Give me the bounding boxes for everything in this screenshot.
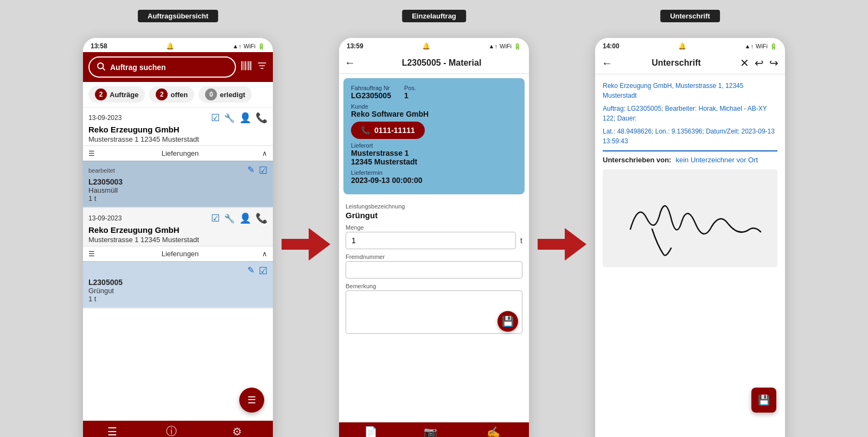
s2-bemerkung-wrap: 💾 <box>346 290 522 336</box>
svg-rect-3 <box>244 61 244 71</box>
s2-bemerkung-input[interactable] <box>346 290 522 334</box>
person-icon-2[interactable]: 👤 <box>239 212 251 224</box>
arrow-1 <box>282 228 330 261</box>
s3-save-icon: 💾 <box>758 394 770 406</box>
order-header-2: 13-09-2023 ☑ 🔧 👤 📞 <box>83 208 273 225</box>
badge-erledigt-num: 0 <box>205 88 217 100</box>
svg-rect-4 <box>245 61 246 71</box>
s3-header-icons: ✕ ↩ ↪ <box>740 56 778 69</box>
edit-icon-1[interactable]: ✎ <box>247 164 254 176</box>
order-header-1: 13-09-2023 ☑ 🔧 👤 📞 <box>83 107 273 125</box>
deliveries-section-2: ☰ Lieferungen ∧ ✎ ☑ L2305005 <box>83 246 273 307</box>
delivery-check-icon-1[interactable]: ☑ <box>259 164 267 176</box>
check-icon-1[interactable]: ☑ <box>211 112 220 124</box>
nav2-bilder[interactable]: 📷 Bilder <box>423 426 438 437</box>
delivery-check-icon-2[interactable]: ☑ <box>259 265 267 277</box>
s3-divider <box>603 150 777 151</box>
s3-bottom-spacer <box>595 413 785 437</box>
order-name-1: Reko Erzeugung GmbH <box>83 125 273 135</box>
order-icons-1: ☑ 🔧 👤 📞 <box>211 112 267 124</box>
s3-info-line2: Auftrag: LG2305005; Bearbeiter: Horak, M… <box>603 104 777 123</box>
s2-fahrauftrag-row: Fahrauftrag Nr LG2305005 Pos. 1 <box>351 85 517 100</box>
s2-fremd-label: Fremdnummer <box>346 254 522 260</box>
phone-icon-2[interactable]: 📞 <box>256 212 267 224</box>
barcode-icon[interactable] <box>240 60 252 74</box>
list-icon-2: ☰ <box>88 250 95 258</box>
delivery-qty-2: 1 t <box>88 295 267 303</box>
s3-signer-value: kein Unterzeichner vor Ort <box>675 156 758 164</box>
alarm-icon-2: 🔔 <box>422 42 430 50</box>
svg-rect-5 <box>247 61 247 71</box>
nav-anleitung[interactable]: ⓘ Anleitung <box>159 424 184 437</box>
hamburger-icon: ☰ <box>247 394 256 406</box>
nav-einstellungen-icon: ⚙ <box>232 425 242 438</box>
s2-lieferort-label: Lieferort <box>351 142 517 149</box>
alarm-icon-1: 🔔 <box>166 42 174 50</box>
nav2-formular[interactable]: 📄 Formular <box>359 426 383 437</box>
s2-menge-input[interactable] <box>346 232 516 249</box>
svg-rect-2 <box>241 61 242 71</box>
nav-auftraege-icon: ☰ <box>107 425 117 438</box>
s2-leistung-val: Grüngut <box>346 211 522 220</box>
battery-icon: 🔋 <box>258 43 265 50</box>
deliveries-header-2[interactable]: ☰ Lieferungen ∧ <box>83 246 273 261</box>
undo-icon[interactable]: ↩ <box>755 56 764 69</box>
s2-kunde-row: Kunde Reko Software GmbH <box>351 103 517 118</box>
s2-fremd-input[interactable] <box>346 261 522 278</box>
nav2-unterschrift[interactable]: ✍ Unterschrift <box>478 426 509 437</box>
wrench-icon-1[interactable]: 🔧 <box>224 113 235 123</box>
search-button[interactable]: Auftrag suchen <box>88 56 236 78</box>
badge-offen[interactable]: 2 offen <box>149 86 194 103</box>
badge-auftraege-num: 2 <box>95 88 107 100</box>
deliveries-header-1[interactable]: ☰ Lieferungen ∧ <box>83 146 273 161</box>
badges-row: 2 Aufträge 2 offen 0 erledigt <box>83 82 273 107</box>
s2-bemerkung-label: Bemerkung <box>346 283 522 289</box>
nav-einstellungen[interactable]: ⚙ Einstellungen <box>219 425 255 438</box>
delivery-id-2: L2305005 <box>88 278 267 287</box>
order-name-2: Reko Erzeugung GmbH <box>83 225 273 236</box>
s2-leistung-label: Leistungsbezeichnung <box>346 203 522 210</box>
s3-info-line1: Reko Erzeugung GmbH, Musterstrasse 1, 12… <box>603 81 777 100</box>
edit-icon-2[interactable]: ✎ <box>247 265 254 277</box>
s3-signer-row: Unterschrieben von: kein Unterzeichner v… <box>603 156 777 164</box>
back-button-3[interactable]: ← <box>602 57 612 69</box>
status-bar-3: 14:00 🔔 ▲↑ WiFi 🔋 <box>595 38 785 52</box>
nav-auftraege[interactable]: ☰ Aufträge <box>101 425 124 438</box>
deliveries-label-2: Lieferungen <box>162 250 199 258</box>
search-label: Auftrag suchen <box>110 63 228 72</box>
time-2: 13:59 <box>347 42 363 50</box>
fab-menu-button[interactable]: ☰ <box>239 388 264 413</box>
bottom-nav-2: 📄 Formular 📷 Bilder ✍ Unterschrift <box>339 422 529 437</box>
delivery-item-header-2: ✎ ☑ <box>88 265 267 277</box>
s2-menge-row: t <box>346 232 522 249</box>
s2-menge-label: Menge <box>346 224 522 231</box>
close-icon[interactable]: ✕ <box>740 56 749 69</box>
filter-icon[interactable] <box>257 60 267 74</box>
wifi-icon-3: WiFi <box>756 43 768 49</box>
time-1: 13:58 <box>91 42 107 50</box>
s2-page-title: L2305005 - Material <box>360 58 524 68</box>
redo-icon[interactable]: ↪ <box>769 56 778 69</box>
s3-signature-box[interactable] <box>603 169 777 267</box>
s2-save-button[interactable]: 💾 <box>497 311 518 332</box>
s3-save-button[interactable]: 💾 <box>751 388 776 413</box>
order-address-2: Musterstrasse 1 12345 Musterstadt <box>83 236 273 246</box>
phone-icon-1[interactable]: 📞 <box>256 112 267 124</box>
person-icon-1[interactable]: 👤 <box>239 112 251 124</box>
status-icons-3: ▲↑ WiFi 🔋 <box>745 43 777 50</box>
order-date-2: 13-09-2023 <box>88 214 122 222</box>
phone-call-label: 0111-11111 <box>374 126 415 135</box>
s2-termin-label: Liefertermin <box>351 169 517 176</box>
screen1-phone: 13:58 🔔 ▲↑ WiFi 🔋 Auftrag suchen <box>83 38 273 437</box>
badge-erledigt[interactable]: 0 erledigt <box>199 86 252 103</box>
phone-call-button[interactable]: 📞 0111-11111 <box>351 122 425 139</box>
screen1-title: Auftragsübersicht <box>138 10 218 22</box>
back-button-2[interactable]: ← <box>344 56 355 69</box>
check-icon-2[interactable]: ☑ <box>211 212 220 224</box>
screen3-phone: 14:00 🔔 ▲↑ WiFi 🔋 ← Unterschrift ✕ ↩ ↪ <box>595 38 785 437</box>
status-bar-2: 13:59 🔔 ▲↑ WiFi 🔋 <box>339 38 529 52</box>
wrench-icon-2[interactable]: 🔧 <box>224 213 235 224</box>
badge-auftraege[interactable]: 2 Aufträge <box>88 86 145 103</box>
s2-kunde-val: Reko Software GmbH <box>351 110 517 118</box>
delivery-status-1: bearbeitet <box>88 167 115 174</box>
